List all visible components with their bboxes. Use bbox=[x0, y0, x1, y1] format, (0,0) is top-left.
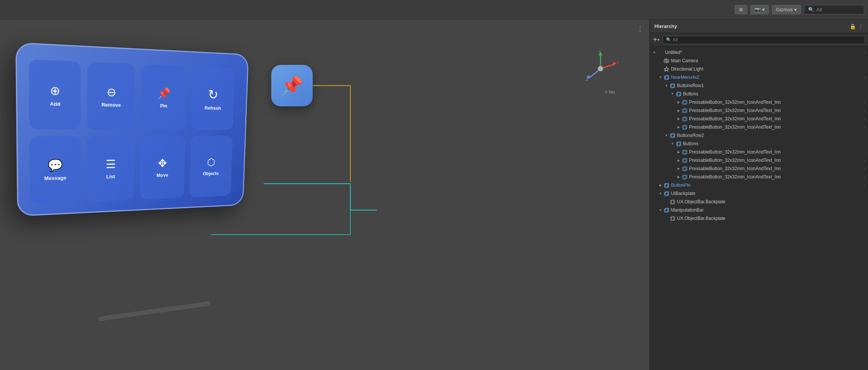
gizmos-button[interactable]: Gizmos ▾ bbox=[772, 5, 801, 14]
tree-label-pb4: PressableButton_32x32mm_IconAndText_Inn bbox=[689, 124, 864, 130]
tree-label-pb1: PressableButton_32x32mm_IconAndText_Inn bbox=[689, 100, 864, 105]
hierarchy-header: Hierarchy 🔒 ⋮ bbox=[650, 20, 868, 33]
hierarchy-search-icon: 🔍 bbox=[666, 37, 671, 42]
tree-item-pb1[interactable]: PressableButton_32x32mm_IconAndText_Inn› bbox=[650, 98, 868, 106]
scene-dots-menu[interactable]: ⋮ bbox=[637, 25, 643, 33]
tree-item-ux-objectbar-backplate2[interactable]: UX.ObjectBar.Backplate bbox=[650, 214, 868, 223]
hierarchy-add-button[interactable]: + ▾ bbox=[653, 35, 660, 44]
remove-button[interactable]: ⊖ Remove bbox=[87, 62, 135, 130]
tree-chevron-pb8[interactable]: › bbox=[864, 175, 865, 179]
tree-arrow-pb8[interactable] bbox=[675, 174, 682, 180]
header-dots-icon[interactable]: ⋮ bbox=[858, 23, 863, 29]
objects-button[interactable]: ⬡ Objects bbox=[189, 135, 233, 197]
list-icon: ☰ bbox=[105, 157, 116, 171]
tree-item-pb7[interactable]: PressableButton_32x32mm_IconAndText_Inn› bbox=[650, 164, 868, 173]
gizmo-widget: y z x bbox=[582, 50, 619, 88]
tree-item-untitled[interactable]: Untitled*› bbox=[650, 48, 868, 57]
tree-item-pb2[interactable]: PressableButton_32x32mm_IconAndText_Inn› bbox=[650, 106, 868, 115]
message-button[interactable]: 💬 Message bbox=[29, 136, 81, 204]
gizmos-dropdown-icon: ▾ bbox=[794, 7, 797, 12]
tree-icon-buttonsrow2 bbox=[669, 132, 675, 138]
tree-arrow-uibackplate[interactable] bbox=[657, 190, 663, 197]
tree-arrow-manipulationbar[interactable] bbox=[657, 207, 663, 213]
tree-item-uibackplate[interactable]: UIBackplate bbox=[650, 189, 868, 198]
panel-buttons-grid: ⊕ Add ⊖ Remove 📌 Pin ↻ Refresh 💬 bbox=[29, 59, 235, 204]
svg-rect-79 bbox=[665, 184, 668, 187]
tree-chevron-untitled[interactable]: › bbox=[864, 51, 865, 55]
hierarchy-panel: Hierarchy 🔒 ⋮ + ▾ 🔍 All Untitled*›Main C… bbox=[649, 20, 868, 370]
tree-item-buttons1[interactable]: Buttons bbox=[650, 90, 868, 98]
tree-label-pb2: PressableButton_32x32mm_IconAndText_Inn bbox=[689, 108, 864, 113]
tree-item-pb3[interactable]: PressableButton_32x32mm_IconAndText_Inn› bbox=[650, 115, 868, 123]
tree-icon-pb1 bbox=[682, 99, 688, 105]
tree-item-nearmenu4x2[interactable]: NearMenu4x2› bbox=[650, 73, 868, 81]
hierarchy-tree[interactable]: Untitled*›Main CameraDirectional LightNe… bbox=[650, 47, 868, 370]
svg-rect-34 bbox=[683, 109, 686, 113]
tree-arrow-buttonpin[interactable] bbox=[657, 182, 663, 188]
svg-text:y: y bbox=[599, 50, 601, 54]
tree-chevron-buttonpin[interactable]: › bbox=[864, 183, 865, 187]
add-dropdown-icon: ▾ bbox=[657, 37, 660, 42]
tree-chevron-nearmenu4x2[interactable]: › bbox=[864, 75, 865, 80]
svg-point-11 bbox=[666, 60, 668, 62]
objects-icon: ⬡ bbox=[207, 156, 215, 168]
move-button[interactable]: ✥ Move bbox=[139, 136, 185, 200]
tools-icon: ⚙ bbox=[739, 7, 743, 12]
tree-icon-buttonpin bbox=[663, 182, 669, 188]
tree-arrow-pb3[interactable] bbox=[675, 116, 682, 122]
tree-icon-nearmenu4x2 bbox=[663, 74, 669, 80]
tree-item-pb4[interactable]: PressableButton_32x32mm_IconAndText_Inn› bbox=[650, 123, 868, 131]
tree-arrow-pb6[interactable] bbox=[675, 157, 682, 163]
tree-label-nearmenu4x2: NearMenu4x2 bbox=[671, 75, 864, 80]
tree-item-buttonsrow1[interactable]: ButtonsRow1 bbox=[650, 81, 868, 90]
scene-view[interactable]: ⋮ ⊕ Add ⊖ Remove 📌 Pin bbox=[0, 20, 649, 370]
tree-chevron-pb2[interactable]: › bbox=[864, 109, 865, 113]
list-button[interactable]: ☰ List bbox=[86, 136, 134, 202]
svg-point-6 bbox=[598, 66, 603, 71]
tree-chevron-pb6[interactable]: › bbox=[864, 158, 865, 163]
tree-arrow-pb4[interactable] bbox=[675, 124, 682, 130]
tree-arrow-pb1[interactable] bbox=[675, 99, 682, 105]
tree-chevron-pb1[interactable]: › bbox=[864, 100, 865, 104]
tree-item-buttonpin[interactable]: ButtonPin› bbox=[650, 181, 868, 189]
tree-arrow-pb7[interactable] bbox=[675, 166, 682, 172]
camera-button[interactable]: 📷 ▾ bbox=[750, 5, 769, 14]
tree-label-buttonpin: ButtonPin bbox=[671, 183, 864, 188]
pin-float-button[interactable]: 📌 bbox=[271, 65, 313, 106]
lock-icon[interactable]: 🔒 bbox=[850, 23, 856, 29]
tree-label-pb7: PressableButton_32x32mm_IconAndText_Inn bbox=[689, 166, 864, 171]
tree-item-buttons2[interactable]: Buttons bbox=[650, 140, 868, 148]
tree-arrow-pb2[interactable] bbox=[675, 107, 682, 114]
remove-label: Remove bbox=[101, 102, 121, 108]
refresh-button[interactable]: ↻ Refresh bbox=[191, 66, 235, 130]
tree-label-uibackplate: UIBackplate bbox=[671, 191, 865, 196]
tree-item-pb8[interactable]: PressableButton_32x32mm_IconAndText_Inn› bbox=[650, 173, 868, 181]
tree-item-directional-light[interactable]: Directional Light bbox=[650, 65, 868, 73]
tree-item-manipulationbar[interactable]: ManipulationBar bbox=[650, 206, 868, 214]
hierarchy-search-box[interactable]: 🔍 All bbox=[663, 36, 865, 44]
tree-arrow-buttons2[interactable] bbox=[669, 141, 675, 147]
tree-chevron-pb5[interactable]: › bbox=[864, 150, 865, 154]
tree-item-ux-objectbar-backplate[interactable]: UX.ObjectBar.Backplate bbox=[650, 198, 868, 206]
tree-icon-buttonsrow1 bbox=[669, 83, 675, 89]
tree-item-pb5[interactable]: PressableButton_32x32mm_IconAndText_Inn› bbox=[650, 148, 868, 156]
tree-item-buttonsrow2[interactable]: ButtonsRow2 bbox=[650, 131, 868, 140]
tree-arrow-buttons1[interactable] bbox=[669, 91, 675, 97]
hierarchy-search-placeholder: All bbox=[673, 37, 678, 43]
tree-chevron-pb4[interactable]: › bbox=[864, 125, 865, 129]
hierarchy-title: Hierarchy bbox=[654, 23, 847, 29]
tree-arrow-buttonsrow1[interactable] bbox=[663, 83, 669, 89]
tree-label-pb5: PressableButton_32x32mm_IconAndText_Inn bbox=[689, 149, 864, 155]
tools-button[interactable]: ⚙ bbox=[735, 5, 747, 14]
add-button[interactable]: ⊕ Add bbox=[29, 59, 81, 129]
tree-arrow-buttonsrow2[interactable] bbox=[663, 132, 669, 138]
tree-chevron-pb7[interactable]: › bbox=[864, 167, 865, 171]
tree-arrow-nearmenu4x2[interactable] bbox=[657, 74, 663, 80]
tree-item-pb6[interactable]: PressableButton_32x32mm_IconAndText_Inn› bbox=[650, 156, 868, 164]
tree-arrow-untitled[interactable] bbox=[651, 49, 657, 55]
tree-chevron-pb3[interactable]: › bbox=[864, 117, 865, 121]
tree-arrow-pb5[interactable] bbox=[675, 149, 682, 155]
tree-item-main-camera[interactable]: Main Camera bbox=[650, 57, 868, 65]
scene-search-box[interactable]: 🔍 All bbox=[804, 5, 864, 14]
pin-button[interactable]: 📌 Pin bbox=[141, 64, 187, 130]
